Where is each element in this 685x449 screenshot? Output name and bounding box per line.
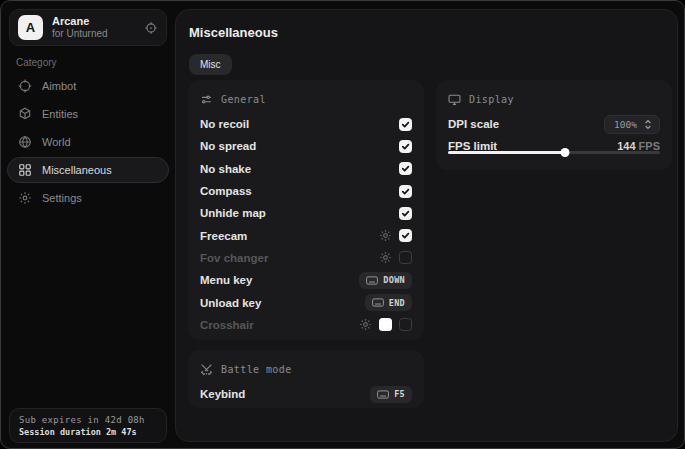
fov-changer-settings-gear-icon[interactable]: [379, 251, 392, 264]
sidebar-item-label: Entities: [42, 108, 78, 120]
keyboard-icon: [377, 390, 389, 399]
setting-row-no-shake: No shake: [200, 158, 412, 180]
fov-changer-checkbox[interactable]: [399, 251, 412, 264]
tab-misc[interactable]: Misc: [189, 54, 232, 75]
sidebar-item-miscellaneous[interactable]: Miscellaneous: [7, 157, 169, 183]
setting-label: No spread: [200, 140, 256, 152]
sidebar-item-world[interactable]: World: [7, 129, 169, 155]
setting-row-no-recoil: No recoil: [200, 113, 412, 135]
setting-label: Fov changer: [200, 252, 268, 264]
session-duration-text: Session duration 2m 47s: [19, 427, 157, 437]
sidebar-nav: Aimbot Entities World: [7, 73, 169, 213]
brand-card: A Arcane for Unturned: [9, 9, 167, 46]
keyboard-icon: [366, 276, 378, 285]
sidebar-item-label: Settings: [42, 192, 82, 204]
setting-row-compass: Compass: [200, 180, 412, 202]
sidebar-item-label: Aimbot: [42, 80, 76, 92]
setting-label: Keybind: [200, 388, 245, 400]
setting-label: Menu key: [200, 274, 252, 286]
sidebar-item-settings[interactable]: Settings: [7, 185, 169, 211]
grid-icon: [18, 163, 32, 177]
no-recoil-checkbox[interactable]: [399, 118, 412, 131]
sidebar: A Arcane for Unturned Category A: [1, 1, 175, 448]
cube-icon: [18, 107, 32, 121]
app-title: Arcane: [52, 15, 144, 28]
fps-limit-slider[interactable]: [448, 147, 660, 157]
unhide-map-checkbox[interactable]: [399, 207, 412, 220]
battle-keybind-button[interactable]: F5: [370, 386, 412, 403]
setting-row-freecam: Freecam: [200, 224, 412, 246]
app-window: A Arcane for Unturned Category A: [0, 0, 685, 449]
no-spread-checkbox[interactable]: [399, 140, 412, 153]
keybind-value: F5: [394, 389, 405, 399]
setting-label: Compass: [200, 185, 252, 197]
unload-key-keybind-button[interactable]: END: [365, 294, 412, 311]
display-card: Display DPI scale 100% FPS li: [436, 80, 672, 170]
app-subtitle: for Unturned: [52, 28, 144, 40]
setting-row-fov-changer: Fov changer: [200, 247, 412, 269]
page-title: Miscellaneous: [189, 25, 278, 40]
setting-row-no-spread: No spread: [200, 135, 412, 157]
keyboard-icon: [372, 298, 384, 307]
chevron-up-down-icon: [643, 119, 653, 130]
setting-label: DPI scale: [448, 118, 499, 130]
slider-fill: [448, 151, 565, 154]
sidebar-item-label: Miscellaneous: [42, 164, 112, 176]
setting-row-unhide-map: Unhide map: [200, 202, 412, 224]
slider-thumb[interactable]: [560, 148, 569, 157]
crosshair-icon: [18, 79, 32, 93]
sliders-icon: [200, 93, 213, 106]
sidebar-item-label: World: [42, 136, 71, 148]
setting-row-menu-key: Menu key DOWN: [200, 269, 412, 291]
freecam-checkbox[interactable]: [399, 229, 412, 242]
setting-label: No recoil: [200, 118, 249, 130]
no-shake-checkbox[interactable]: [399, 162, 412, 175]
dpi-scale-value: 100%: [614, 119, 637, 130]
keybind-value: END: [389, 298, 405, 308]
setting-label: Unhide map: [200, 207, 266, 219]
compass-checkbox[interactable]: [399, 185, 412, 198]
app-logo: A: [18, 15, 43, 40]
setting-label: Unload key: [200, 297, 261, 309]
setting-row-crosshair: Crosshair: [200, 314, 412, 336]
general-card: General No recoil No spread: [188, 80, 424, 340]
general-card-title: General: [221, 94, 266, 105]
sidebar-item-aimbot[interactable]: Aimbot: [7, 73, 169, 99]
sub-expiry-text: Sub expires in 42d 08h: [19, 415, 157, 425]
general-card-header: General: [200, 91, 412, 107]
keybind-value: DOWN: [383, 275, 405, 285]
battle-mode-card: Battle mode Keybind F5: [188, 350, 424, 408]
monitor-icon: [448, 93, 461, 106]
battle-card-header: Battle mode: [200, 361, 412, 377]
brand-text: Arcane for Unturned: [52, 15, 144, 39]
display-card-title: Display: [469, 94, 514, 105]
swords-icon: [200, 363, 213, 376]
dpi-scale-select[interactable]: 100%: [604, 115, 660, 134]
setting-label: No shake: [200, 163, 251, 175]
subscription-card: Sub expires in 42d 08h Session duration …: [9, 408, 167, 443]
crosshair-color-swatch[interactable]: [379, 318, 392, 331]
setting-label: Crosshair: [200, 319, 254, 331]
freecam-settings-gear-icon[interactable]: [379, 229, 392, 242]
setting-label: Freecam: [200, 230, 247, 242]
target-icon[interactable]: [144, 21, 158, 35]
crosshair-checkbox[interactable]: [399, 318, 412, 331]
category-label: Category: [16, 57, 57, 68]
gear-icon: [18, 191, 32, 205]
setting-row-dpi-scale: DPI scale 100%: [448, 113, 660, 135]
display-card-header: Display: [448, 91, 660, 107]
crosshair-settings-gear-icon[interactable]: [359, 318, 372, 331]
main-panel: Miscellaneous Misc General No recoil: [175, 9, 678, 442]
setting-row-keybind: Keybind F5: [200, 383, 412, 405]
menu-key-keybind-button[interactable]: DOWN: [359, 272, 412, 289]
battle-card-title: Battle mode: [221, 364, 292, 375]
globe-icon: [18, 135, 32, 149]
setting-row-unload-key: Unload key END: [200, 291, 412, 313]
sidebar-item-entities[interactable]: Entities: [7, 101, 169, 127]
